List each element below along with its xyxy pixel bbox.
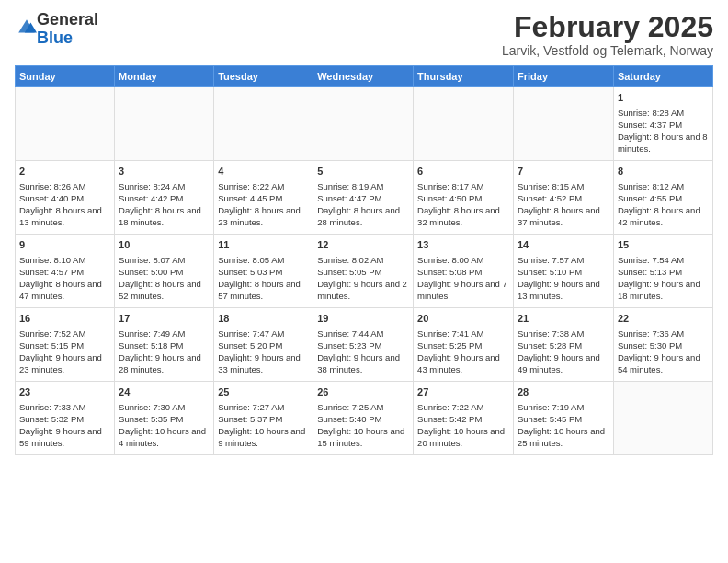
day-info: Sunset: 5:13 PM	[618, 266, 709, 278]
day-info: Daylight: 8 hours and 23 minutes.	[218, 204, 309, 229]
logo-general: General	[37, 10, 98, 29]
day-info: Sunrise: 8:02 AM	[317, 254, 409, 266]
day-info: Sunrise: 8:07 AM	[119, 254, 210, 266]
day-number: 20	[417, 312, 509, 326]
day-number: 28	[518, 385, 609, 399]
calendar-cell: 3Sunrise: 8:24 AMSunset: 4:42 PMDaylight…	[115, 161, 214, 235]
calendar-cell: 24Sunrise: 7:30 AMSunset: 5:35 PMDayligh…	[115, 382, 214, 455]
day-info: Sunrise: 7:33 AM	[19, 401, 110, 413]
day-number: 11	[218, 238, 309, 252]
calendar-cell	[214, 87, 313, 161]
calendar-cell: 9Sunrise: 8:10 AMSunset: 4:57 PMDaylight…	[16, 235, 115, 308]
day-info: Sunrise: 7:47 AM	[218, 327, 309, 339]
day-info: Sunrise: 7:49 AM	[119, 327, 210, 339]
day-info: Sunrise: 7:38 AM	[518, 327, 609, 339]
day-info: Sunset: 4:57 PM	[19, 266, 110, 278]
calendar-week-2: 2Sunrise: 8:26 AMSunset: 4:40 PMDaylight…	[16, 161, 713, 235]
logo-icon	[17, 17, 37, 38]
day-number: 18	[218, 312, 309, 326]
day-number: 3	[119, 165, 210, 178]
day-info: Daylight: 8 hours and 32 minutes.	[417, 204, 509, 229]
day-info: Daylight: 10 hours and 9 minutes.	[218, 425, 309, 450]
logo-text: General Blue	[37, 11, 98, 48]
calendar-week-1: 1Sunrise: 8:28 AMSunset: 4:37 PMDaylight…	[16, 87, 713, 161]
day-number: 8	[618, 165, 709, 178]
day-info: Daylight: 9 hours and 59 minutes.	[19, 425, 110, 450]
day-info: Daylight: 9 hours and 33 minutes.	[218, 351, 309, 376]
day-info: Sunset: 5:35 PM	[119, 413, 210, 425]
day-number: 23	[19, 385, 110, 399]
day-number: 1	[618, 91, 709, 105]
day-info: Sunset: 5:30 PM	[618, 339, 709, 351]
day-info: Daylight: 9 hours and 23 minutes.	[19, 351, 110, 376]
day-info: Sunrise: 8:10 AM	[19, 254, 110, 266]
day-info: Sunrise: 8:19 AM	[317, 180, 409, 192]
day-info: Sunset: 5:25 PM	[417, 339, 509, 351]
day-info: Sunrise: 8:28 AM	[618, 107, 709, 119]
weekday-header-saturday: Saturday	[613, 66, 712, 87]
day-info: Daylight: 9 hours and 7 minutes.	[417, 278, 509, 303]
day-number: 26	[317, 385, 409, 399]
calendar-cell: 25Sunrise: 7:27 AMSunset: 5:37 PMDayligh…	[214, 382, 313, 455]
day-info: Sunrise: 7:44 AM	[317, 327, 409, 339]
calendar-cell: 10Sunrise: 8:07 AMSunset: 5:00 PMDayligh…	[115, 235, 214, 308]
calendar-cell: 18Sunrise: 7:47 AMSunset: 5:20 PMDayligh…	[214, 308, 313, 382]
day-info: Sunset: 5:37 PM	[218, 413, 309, 425]
day-number: 2	[19, 165, 110, 178]
day-info: Sunset: 5:10 PM	[518, 266, 609, 278]
weekday-header-tuesday: Tuesday	[214, 66, 313, 87]
day-info: Sunset: 5:40 PM	[317, 413, 409, 425]
day-number: 22	[618, 312, 709, 326]
day-number: 17	[119, 312, 210, 326]
calendar-cell	[313, 87, 414, 161]
weekday-header-thursday: Thursday	[414, 66, 514, 87]
day-info: Sunrise: 7:25 AM	[317, 401, 409, 413]
day-info: Daylight: 9 hours and 2 minutes.	[317, 278, 409, 303]
day-info: Daylight: 10 hours and 20 minutes.	[417, 425, 509, 450]
day-info: Daylight: 8 hours and 42 minutes.	[618, 204, 709, 229]
calendar-cell: 21Sunrise: 7:38 AMSunset: 5:28 PMDayligh…	[514, 308, 614, 382]
day-info: Daylight: 8 hours and 13 minutes.	[19, 204, 110, 229]
calendar-cell: 7Sunrise: 8:15 AMSunset: 4:52 PMDaylight…	[514, 161, 614, 235]
day-info: Sunrise: 7:57 AM	[518, 254, 609, 266]
day-number: 15	[618, 238, 709, 252]
day-info: Sunrise: 7:30 AM	[119, 401, 210, 413]
day-number: 14	[518, 238, 609, 252]
weekday-header-wednesday: Wednesday	[313, 66, 414, 87]
day-number: 5	[317, 165, 409, 178]
day-info: Sunset: 4:37 PM	[618, 119, 709, 131]
calendar-week-4: 16Sunrise: 7:52 AMSunset: 5:15 PMDayligh…	[16, 308, 713, 382]
calendar-cell: 8Sunrise: 8:12 AMSunset: 4:55 PMDaylight…	[613, 161, 712, 235]
day-info: Sunset: 5:15 PM	[19, 339, 110, 351]
day-number: 19	[317, 312, 409, 326]
day-info: Sunrise: 8:12 AM	[618, 180, 709, 192]
day-number: 25	[218, 385, 309, 399]
calendar-cell: 27Sunrise: 7:22 AMSunset: 5:42 PMDayligh…	[414, 382, 514, 455]
day-info: Sunset: 5:05 PM	[317, 266, 409, 278]
calendar-cell: 5Sunrise: 8:19 AMSunset: 4:47 PMDaylight…	[313, 161, 414, 235]
day-number: 10	[119, 238, 210, 252]
day-number: 13	[417, 238, 509, 252]
calendar-cell	[115, 87, 214, 161]
weekday-header-monday: Monday	[115, 66, 214, 87]
day-info: Sunrise: 7:41 AM	[417, 327, 509, 339]
day-info: Daylight: 9 hours and 54 minutes.	[618, 351, 709, 376]
day-info: Sunset: 4:45 PM	[218, 192, 309, 204]
day-info: Sunset: 4:47 PM	[317, 192, 409, 204]
day-info: Daylight: 10 hours and 25 minutes.	[518, 425, 609, 450]
calendar-table: SundayMondayTuesdayWednesdayThursdayFrid…	[15, 65, 713, 455]
day-info: Sunrise: 8:05 AM	[218, 254, 309, 266]
day-info: Sunrise: 8:17 AM	[417, 180, 509, 192]
month-title: February 2025	[502, 11, 713, 43]
day-info: Sunset: 5:28 PM	[518, 339, 609, 351]
calendar-cell: 17Sunrise: 7:49 AMSunset: 5:18 PMDayligh…	[115, 308, 214, 382]
day-info: Sunset: 4:55 PM	[618, 192, 709, 204]
day-info: Daylight: 9 hours and 43 minutes.	[417, 351, 509, 376]
calendar-cell	[414, 87, 514, 161]
calendar-cell: 28Sunrise: 7:19 AMSunset: 5:45 PMDayligh…	[514, 382, 614, 455]
day-number: 24	[119, 385, 210, 399]
day-info: Daylight: 9 hours and 18 minutes.	[618, 278, 709, 303]
day-info: Sunset: 4:50 PM	[417, 192, 509, 204]
day-info: Sunset: 4:52 PM	[518, 192, 609, 204]
day-info: Sunset: 5:23 PM	[317, 339, 409, 351]
